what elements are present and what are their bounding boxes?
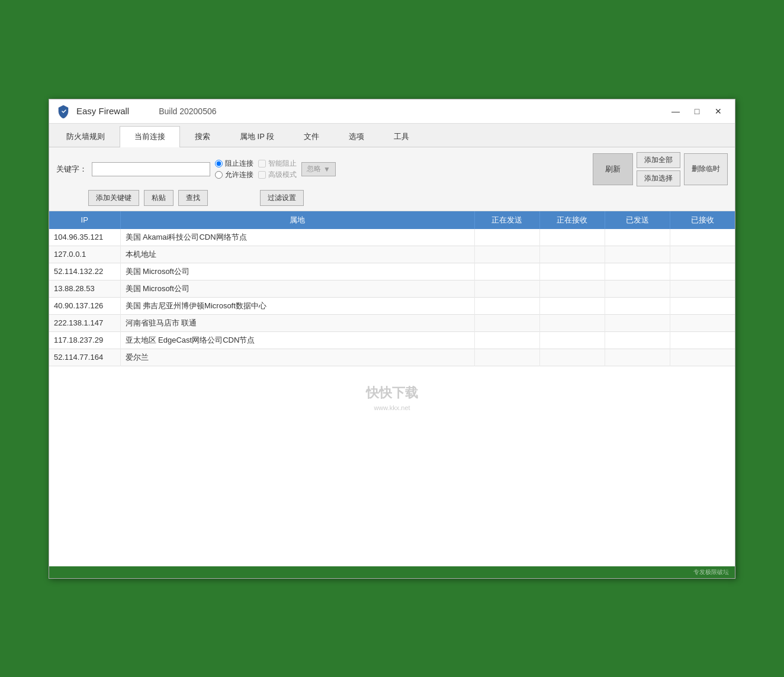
smart-block-checkbox[interactable]: [258, 160, 266, 167]
cell-sending: [474, 349, 539, 366]
add-all-button[interactable]: 添加全部: [637, 152, 680, 168]
block-radio[interactable]: [215, 160, 223, 167]
tab-ip-range[interactable]: 属地 IP 段: [225, 126, 289, 147]
cell-sent: [605, 349, 670, 366]
col-sent: 已发送: [605, 211, 670, 229]
keyword-input[interactable]: [92, 162, 210, 176]
block-radio-text: 阻止连接: [225, 159, 253, 169]
cell-received: [670, 246, 735, 263]
cell-receiving: [539, 280, 605, 297]
advanced-mode-label[interactable]: 高级模式: [258, 170, 297, 180]
connection-radio-group: 阻止连接 允许连接: [215, 159, 253, 180]
table-row[interactable]: 222.138.1.147 河南省驻马店市 联通: [49, 314, 735, 331]
cell-receiving: [539, 314, 605, 331]
advanced-mode-checkbox[interactable]: [258, 171, 266, 179]
cell-sending: [474, 229, 539, 246]
title-bar: Easy Firewall Build 20200506 — □ ✕: [49, 99, 735, 124]
cell-received: [670, 263, 735, 280]
cell-ip: 13.88.28.53: [49, 280, 120, 297]
cell-attr: 美国 Microsoft公司: [120, 263, 474, 280]
add-selected-button[interactable]: 添加选择: [637, 170, 680, 186]
table-row[interactable]: 117.18.237.29 亚太地区 EdgeCast网络公司CDN节点: [49, 331, 735, 349]
cell-attr: 美国 弗吉尼亚州博伊顿Microsoft数据中心: [120, 297, 474, 314]
table-row[interactable]: 40.90.137.126 美国 弗吉尼亚州博伊顿Microsoft数据中心: [49, 297, 735, 314]
allow-radio[interactable]: [215, 171, 223, 179]
cell-sent: [605, 314, 670, 331]
cell-receiving: [539, 246, 605, 263]
cell-received: [670, 229, 735, 246]
block-radio-label[interactable]: 阻止连接: [215, 159, 253, 169]
table-row[interactable]: 13.88.28.53 美国 Microsoft公司: [49, 280, 735, 297]
watermark-logo: 快快下载: [49, 384, 735, 402]
main-window: Easy Firewall Build 20200506 — □ ✕ 防火墙规则…: [49, 99, 735, 579]
col-sending: 正在发送: [474, 211, 539, 229]
cell-received: [670, 280, 735, 297]
watermark-url: www.kkx.net: [49, 404, 735, 411]
table-row[interactable]: 52.114.77.164 爱尔兰: [49, 349, 735, 366]
allow-radio-label[interactable]: 允许连接: [215, 170, 253, 180]
cell-ip: 40.90.137.126: [49, 297, 120, 314]
paste-button[interactable]: 粘贴: [144, 190, 173, 206]
cell-sent: [605, 263, 670, 280]
cell-ip: 127.0.0.1: [49, 246, 120, 263]
cell-sent: [605, 331, 670, 349]
cell-attr: 美国 Akamai科技公司CDN网络节点: [120, 229, 474, 246]
ignore-dropdown[interactable]: 忽略 ▼: [301, 162, 336, 176]
cell-receiving: [539, 297, 605, 314]
cell-attr: 河南省驻马店市 联通: [120, 314, 474, 331]
keyword-label: 关键字：: [56, 164, 87, 175]
cell-attr: 美国 Microsoft公司: [120, 280, 474, 297]
minimize-button[interactable]: —: [666, 105, 685, 118]
delete-temp-button[interactable]: 删除临时: [684, 153, 728, 185]
cell-received: [670, 314, 735, 331]
maximize-button[interactable]: □: [687, 105, 706, 118]
cell-sent: [605, 246, 670, 263]
cell-received: [670, 297, 735, 314]
smart-block-label[interactable]: 智能阻止: [258, 159, 297, 169]
tab-options[interactable]: 选项: [334, 126, 379, 147]
cell-sent: [605, 229, 670, 246]
col-attr: 属地: [120, 211, 474, 229]
close-button[interactable]: ✕: [709, 105, 728, 118]
cell-sent: [605, 280, 670, 297]
tab-tools[interactable]: 工具: [379, 126, 424, 147]
ignore-label: 忽略: [307, 164, 321, 174]
cell-ip: 52.114.132.22: [49, 263, 120, 280]
cell-receiving: [539, 349, 605, 366]
cell-received: [670, 331, 735, 349]
connection-table-container: IP 属地 正在发送 正在接收 已发送 已接收 104.96.35.121 美国…: [49, 211, 735, 566]
cell-sending: [474, 280, 539, 297]
cell-received: [670, 349, 735, 366]
find-button[interactable]: 查找: [178, 190, 208, 206]
toolbar-row2: 添加关键键 粘贴 查找 过滤设置: [56, 190, 728, 206]
app-name: Easy Firewall: [76, 106, 129, 116]
cell-sent: [605, 297, 670, 314]
advanced-mode-text: 高级模式: [268, 170, 297, 180]
cell-sending: [474, 297, 539, 314]
footer-bar: 专发极限破坛: [49, 566, 735, 578]
allow-radio-text: 允许连接: [225, 170, 253, 180]
connection-table: IP 属地 正在发送 正在接收 已发送 已接收 104.96.35.121 美国…: [49, 211, 735, 366]
table-row[interactable]: 52.114.132.22 美国 Microsoft公司: [49, 263, 735, 280]
cell-receiving: [539, 229, 605, 246]
tab-files[interactable]: 文件: [289, 126, 334, 147]
dropdown-arrow-icon: ▼: [323, 165, 330, 173]
table-row[interactable]: 104.96.35.121 美国 Akamai科技公司CDN网络节点: [49, 229, 735, 246]
toolbar: 关键字： 阻止连接 允许连接 智能阻止 高级模式: [49, 147, 735, 211]
refresh-button[interactable]: 刷新: [593, 153, 633, 185]
tab-firewall-rules[interactable]: 防火墙规则: [52, 126, 120, 147]
tab-search[interactable]: 搜索: [180, 126, 225, 147]
cell-sending: [474, 246, 539, 263]
add-keyword-button[interactable]: 添加关键键: [88, 190, 139, 206]
footer-text: 专发极限破坛: [693, 568, 729, 576]
toolbar-row1: 关键字： 阻止连接 允许连接 智能阻止 高级模式: [56, 152, 728, 186]
tab-current-connections[interactable]: 当前连接: [120, 126, 180, 147]
filter-settings-button[interactable]: 过滤设置: [260, 190, 304, 206]
build-info: Build 20200506: [159, 107, 216, 116]
window-controls: — □ ✕: [666, 105, 728, 118]
cell-ip: 117.18.237.29: [49, 331, 120, 349]
cell-sending: [474, 263, 539, 280]
table-row[interactable]: 127.0.0.1 本机地址: [49, 246, 735, 263]
cell-ip: 52.114.77.164: [49, 349, 120, 366]
col-received: 已接收: [670, 211, 735, 229]
